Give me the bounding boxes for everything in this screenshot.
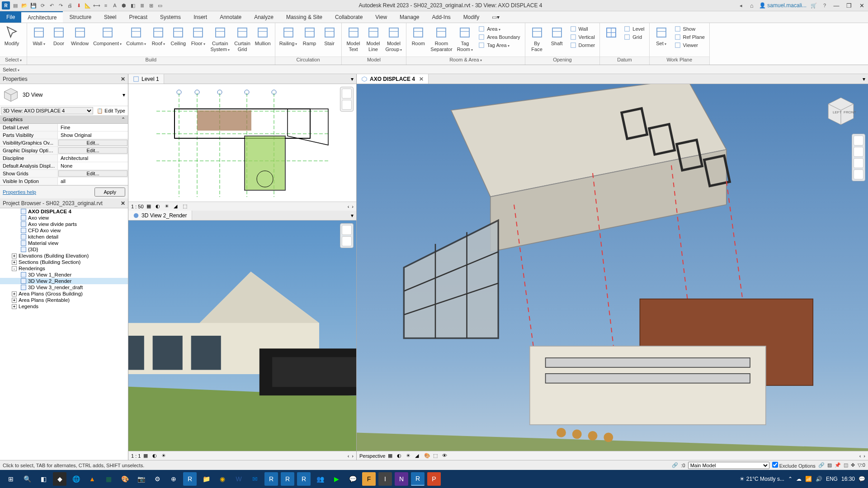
- detail-level-icon[interactable]: ▦: [143, 453, 150, 459]
- chrome-icon[interactable]: 🌐: [69, 472, 83, 486]
- search-back-icon[interactable]: ◂: [737, 2, 745, 9]
- viewcube[interactable]: LEFT FRONT: [823, 93, 859, 129]
- vlc-icon[interactable]: ▲: [85, 472, 99, 486]
- expander-icon[interactable]: +: [12, 291, 17, 296]
- sun-path-icon[interactable]: ☀: [161, 453, 168, 459]
- app-icon-n[interactable]: N: [395, 472, 408, 486]
- browser-child-item[interactable]: 3D View 2_Render: [0, 278, 128, 284]
- browser-category[interactable]: +Legends: [0, 303, 128, 310]
- select-links-icon[interactable]: 🔗: [818, 462, 825, 468]
- open-icon[interactable]: 📂: [21, 2, 28, 9]
- scroll-left-icon[interactable]: ‹: [859, 453, 861, 459]
- browser-child-item[interactable]: 3D View 1_Render: [0, 272, 128, 278]
- project-browser[interactable]: AXO DISPLACE 4Axo viewAxo view divide pa…: [0, 208, 128, 460]
- app-icon-f[interactable]: F: [362, 472, 376, 486]
- expander-icon[interactable]: +: [12, 304, 17, 309]
- datum-level-button[interactable]: Level: [622, 25, 646, 33]
- tab-modify[interactable]: Modify: [457, 11, 486, 23]
- model-model-group-button[interactable]: ModelGroup: [383, 24, 405, 53]
- print-icon[interactable]: 🖨: [66, 2, 73, 9]
- zoom-icon[interactable]: [854, 158, 863, 168]
- room-room-separator-button[interactable]: RoomSeparator: [428, 24, 454, 53]
- property-row[interactable]: Default Analysis Displ...None: [0, 162, 128, 170]
- volume-icon[interactable]: 🔊: [816, 476, 822, 482]
- circ-ramp-button[interactable]: Ramp: [300, 24, 320, 48]
- build-door-button[interactable]: Door: [49, 24, 69, 48]
- browser-view-item[interactable]: Axo view: [0, 215, 128, 221]
- clock[interactable]: 16:30: [841, 476, 855, 482]
- select-dropdown[interactable]: Select: [3, 67, 19, 72]
- cart-icon[interactable]: 🛒: [810, 2, 817, 9]
- scroll-right-icon[interactable]: ›: [863, 453, 865, 459]
- excel-icon[interactable]: ▦: [102, 472, 115, 486]
- tab-insert[interactable]: Insert: [187, 11, 213, 23]
- edit-type-button[interactable]: 📋 Edit Type: [94, 106, 128, 115]
- model-model-text-button[interactable]: ModelText: [344, 24, 363, 53]
- filter-icon[interactable]: ▽:0: [858, 462, 865, 468]
- scroll-right-icon[interactable]: ›: [352, 204, 354, 209]
- dim-icon[interactable]: ⟷: [93, 2, 100, 9]
- modify-button[interactable]: Modify: [2, 24, 22, 48]
- steering-wheel-icon[interactable]: [854, 136, 863, 145]
- powerpoint-icon[interactable]: P: [427, 472, 441, 486]
- select-underlay-icon[interactable]: ▨: [827, 462, 832, 468]
- expander-icon[interactable]: +: [12, 298, 17, 303]
- align-icon[interactable]: ≡: [102, 2, 109, 9]
- app-icon-i[interactable]: I: [378, 472, 392, 486]
- property-row[interactable]: Parts VisibilityShow Original: [0, 131, 128, 139]
- word-icon[interactable]: W: [232, 472, 245, 486]
- revit-instance-3[interactable]: R: [297, 472, 311, 486]
- tab-manage[interactable]: Manage: [393, 11, 425, 23]
- wp-show-button[interactable]: Show: [672, 25, 707, 33]
- tab-structure[interactable]: Structure: [63, 11, 98, 23]
- redo-icon[interactable]: ↷: [57, 2, 64, 9]
- build-wall-button[interactable]: Wall: [29, 24, 49, 48]
- view-tab-render[interactable]: 3D View 2_Render: [128, 211, 192, 220]
- tab-architecture[interactable]: Architecture: [21, 11, 63, 23]
- orbit-icon[interactable]: [854, 169, 863, 179]
- tab-collaborate[interactable]: Collaborate: [329, 11, 369, 23]
- browser-view-item[interactable]: Axo view divide parts: [0, 221, 128, 227]
- build-mullion-button[interactable]: Mullion: [253, 24, 273, 48]
- expander-icon[interactable]: -: [12, 266, 17, 271]
- revit-active-icon[interactable]: R: [411, 472, 425, 486]
- scale-display[interactable]: 1 : 1: [131, 453, 141, 459]
- tab-steel[interactable]: Steel: [98, 11, 123, 23]
- property-row[interactable]: Graphic Display Optio...Edit...: [0, 147, 128, 155]
- browser-child-item[interactable]: 3D View 3_render_draft: [0, 284, 128, 291]
- weather-widget[interactable]: ☀ 21°C Mostly s...: [740, 476, 784, 482]
- minimize-button[interactable]: —: [832, 2, 841, 9]
- browser-close-icon[interactable]: ✕: [121, 200, 125, 206]
- open-shaft-button[interactable]: Shaft: [547, 24, 567, 53]
- property-edit-button[interactable]: Edit...: [58, 170, 127, 177]
- visual-style-icon[interactable]: ◐: [152, 453, 159, 459]
- revit-instance-1[interactable]: R: [264, 472, 278, 486]
- start-button[interactable]: ⊞: [4, 472, 18, 486]
- view-menu-icon[interactable]: ▾: [860, 76, 868, 82]
- tab-extras-icon[interactable]: ▭▾: [486, 11, 506, 23]
- property-row[interactable]: Visibility/Graphics Ov...Edit...: [0, 139, 128, 147]
- view-tab-level1[interactable]: Level 1: [128, 74, 164, 84]
- open-dormer-button[interactable]: Dormer: [568, 41, 597, 49]
- roomarea-panel-label[interactable]: Room & Area: [406, 56, 524, 65]
- visual-style-icon[interactable]: ◐: [397, 453, 403, 459]
- sync-icon[interactable]: ⟳: [39, 2, 46, 9]
- onedrive-icon[interactable]: ☁: [796, 476, 802, 482]
- room-tag-room-button[interactable]: TagRoom: [455, 24, 476, 53]
- properties-help-link[interactable]: Properties help: [3, 189, 36, 195]
- model-model-line-button[interactable]: ModelLine: [363, 24, 383, 53]
- close-button[interactable]: ✕: [857, 2, 866, 9]
- search-taskbar-icon[interactable]: 🔍: [20, 472, 34, 486]
- circ-railing-button[interactable]: Railing: [277, 24, 300, 48]
- browser-view-item[interactable]: CFD Axo view: [0, 227, 128, 234]
- view-menu-icon[interactable]: ▾: [348, 76, 356, 82]
- build-curtain-grid-button[interactable]: CurtainGrid: [232, 24, 252, 53]
- property-edit-button[interactable]: Edit...: [58, 147, 127, 154]
- level1-viewport[interactable]: [128, 84, 356, 202]
- crop-icon[interactable]: ⬚: [433, 453, 439, 459]
- tab-precast[interactable]: Precast: [123, 11, 154, 23]
- crop-icon[interactable]: ⬚: [183, 203, 189, 210]
- qat-menu-icon[interactable]: ▤: [12, 2, 19, 9]
- build-component-button[interactable]: Component: [91, 24, 124, 48]
- detail-level-icon[interactable]: ▦: [388, 453, 394, 459]
